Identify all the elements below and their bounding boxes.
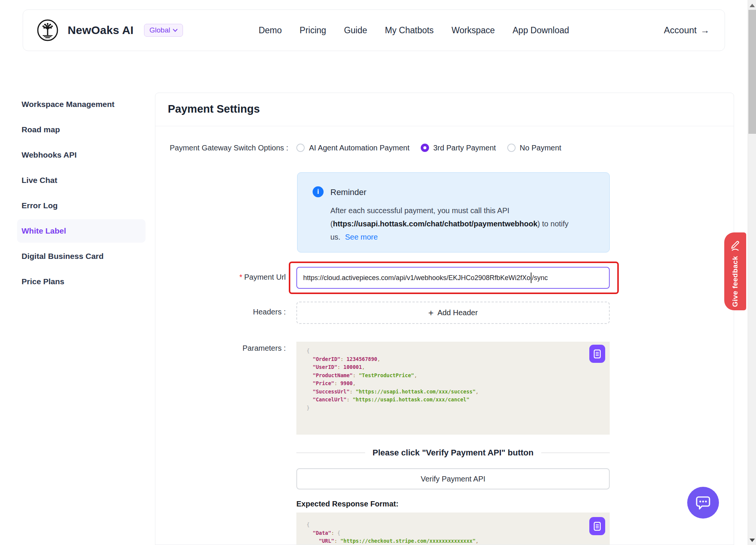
plus-icon: +: [428, 308, 434, 317]
region-selector[interactable]: Global: [144, 24, 183, 37]
newoaks-logo-icon[interactable]: [37, 19, 59, 41]
page-title: Payment Settings: [155, 93, 734, 115]
radio-3rd-party-payment[interactable]: 3rd Party Payment: [421, 144, 496, 152]
sidebar-item-webhooks-api[interactable]: Webhooks API: [17, 143, 146, 167]
copy-button[interactable]: [589, 517, 605, 535]
verify-payment-api-button[interactable]: Verify Payment API: [296, 468, 610, 489]
nav-guide[interactable]: Guide: [344, 25, 367, 36]
expected-response-code-block: { "Data": { "URL": "https://checkout.str…: [296, 512, 610, 545]
see-more-link[interactable]: See more: [345, 233, 378, 241]
reminder-line-3: us.See more: [330, 231, 591, 244]
give-feedback-button[interactable]: Give feedback: [724, 232, 746, 310]
region-label: Global: [149, 26, 170, 34]
chat-widget-button[interactable]: [687, 487, 719, 519]
chevron-down-icon: [173, 29, 178, 32]
top-navigation-bar: NewOaks AI Global Demo Pricing Guide My …: [23, 9, 725, 51]
pencil-icon: [730, 238, 741, 251]
sidebar-item-white-label[interactable]: White Label: [17, 219, 146, 243]
verify-instruction: Please click "Verify Payment API" button: [373, 448, 534, 458]
gateway-switch-row: Payment Gateway Switch Options : AI Agen…: [170, 139, 573, 156]
gateway-options-label: Payment Gateway Switch Options :: [170, 144, 288, 152]
payment-url-input[interactable]: https://cloud.activepieces.com/api/v1/we…: [296, 267, 610, 289]
reminder-alert: i Reminder After each successful payment…: [297, 172, 610, 252]
parameters-code-block: { "OrderID": 1234567890, "UserID": 10000…: [296, 342, 610, 435]
divider-line: [296, 452, 365, 453]
sidebar-item-error-log[interactable]: Error Log: [17, 194, 146, 217]
panel-header: Payment Settings: [155, 93, 734, 126]
radio-ai-agent-automation-payment[interactable]: AI Agent Automation Payment: [296, 144, 409, 152]
sidebar-item-price-plans[interactable]: Price Plans: [17, 270, 146, 293]
add-header-button[interactable]: + Add Header: [296, 302, 610, 324]
account-link[interactable]: Account →: [664, 25, 710, 36]
sidebar-item-digital-business-card[interactable]: Digital Business Card: [17, 245, 146, 268]
page: NewOaks AI Global Demo Pricing Guide My …: [0, 0, 756, 545]
radio-circle-icon[interactable]: [507, 144, 516, 152]
sidebar-item-live-chat[interactable]: Live Chat: [17, 169, 146, 192]
reminder-line-1: After each successful payment, you must …: [330, 204, 591, 217]
expected-response-label: Expected Response Format:: [296, 500, 398, 508]
main-nav: Demo Pricing Guide My Chatbots Workspace…: [259, 25, 569, 36]
headers-label: Headers :: [155, 308, 286, 316]
chat-bubble-icon: [695, 494, 711, 511]
account-label: Account: [664, 25, 697, 36]
brand-name: NewOaks AI: [68, 24, 133, 37]
scrollbar-up-arrow[interactable]: [750, 4, 755, 7]
parameters-label: Parameters :: [155, 344, 286, 353]
info-icon: i: [313, 186, 324, 197]
required-asterisk: *: [239, 273, 242, 281]
payment-url-value-before-cursor: https://cloud.activepieces.com/api/v1/we…: [303, 274, 530, 282]
feedback-label: Give feedback: [731, 256, 739, 307]
sidebar-item-workspace-management[interactable]: Workspace Management: [17, 93, 146, 116]
scrollbar[interactable]: [748, 0, 756, 545]
nav-pricing[interactable]: Pricing: [300, 25, 326, 36]
nav-workspace[interactable]: Workspace: [451, 25, 495, 36]
reminder-line-2: (https://usapi.hottask.com/chat/chatbot/…: [330, 217, 591, 231]
arrow-right-icon: →: [700, 25, 710, 36]
divider-line: [541, 452, 610, 453]
nav-app-download[interactable]: App Download: [513, 25, 569, 36]
radio-selected-icon[interactable]: [421, 144, 429, 152]
webhook-api-url: https://usapi.hottask.com/chat/chatbot/p…: [333, 220, 538, 228]
expected-response-json: { "Data": { "URL": "https://checkout.str…: [307, 521, 610, 545]
nav-demo[interactable]: Demo: [259, 25, 282, 36]
parameters-json: { "OrderID": 1234567890, "UserID": 10000…: [307, 347, 610, 412]
verify-instruction-divider: Please click "Verify Payment API" button: [296, 444, 610, 461]
radio-no-payment[interactable]: No Payment: [507, 144, 561, 152]
payment-url-label: *Payment Url: [155, 273, 286, 282]
nav-my-chatbots[interactable]: My Chatbots: [385, 25, 434, 36]
settings-sidebar: Workspace Management Road map Webhooks A…: [17, 93, 146, 295]
text-cursor: [531, 272, 531, 283]
copy-button[interactable]: [589, 345, 605, 363]
payment-settings-panel: Payment Settings Payment Gateway Switch …: [155, 93, 734, 545]
reminder-body: After each successful payment, you must …: [330, 204, 591, 244]
payment-url-value-after-cursor: /sync: [532, 274, 548, 282]
radio-circle-icon[interactable]: [296, 144, 305, 152]
sidebar-item-road-map[interactable]: Road map: [17, 118, 146, 141]
scrollbar-down-arrow[interactable]: [750, 539, 755, 542]
scrollbar-thumb[interactable]: [748, 10, 756, 134]
reminder-title: Reminder: [330, 187, 366, 197]
